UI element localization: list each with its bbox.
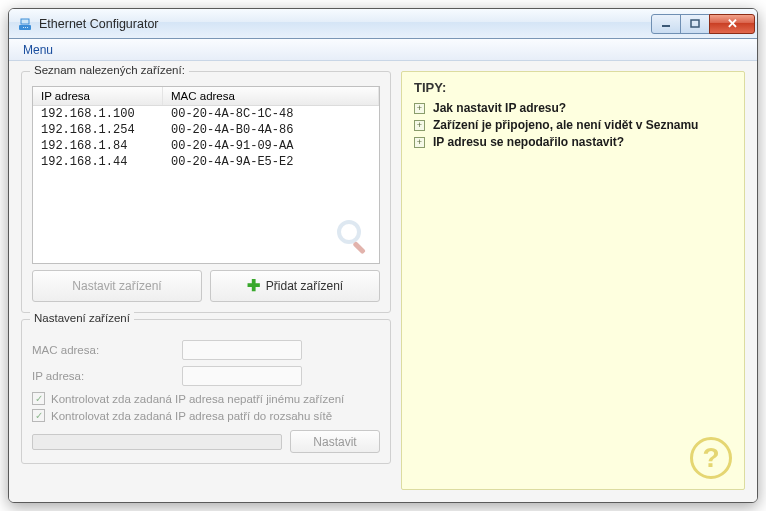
ip-label: IP adresa: xyxy=(32,370,174,382)
svg-rect-5 xyxy=(662,25,670,27)
mac-input[interactable] xyxy=(182,340,302,360)
mac-label: MAC adresa: xyxy=(32,344,174,356)
svg-rect-2 xyxy=(23,27,24,28)
maximize-button[interactable] xyxy=(680,14,710,34)
tip-item[interactable]: +IP adresu se nepodařilo nastavit? xyxy=(414,135,732,149)
progress-bar xyxy=(32,434,282,450)
tips-title: TIPY: xyxy=(414,80,732,95)
col-mac-header[interactable]: MAC adresa xyxy=(163,87,379,105)
cell-ip: 192.168.1.44 xyxy=(33,154,163,170)
device-list-group: Seznam nalezených zařízení: IP adresa MA… xyxy=(21,71,391,313)
cell-mac: 00-20-4A-9A-E5-E2 xyxy=(163,154,379,170)
checkbox-icon: ✓ xyxy=(32,409,45,422)
menu-item[interactable]: Menu xyxy=(15,41,61,59)
settings-legend: Nastavení zařízení xyxy=(30,312,134,324)
menubar: Menu xyxy=(9,39,757,61)
expand-icon: + xyxy=(414,120,425,131)
table-row[interactable]: 192.168.1.25400-20-4A-B0-4A-86 xyxy=(33,122,379,138)
app-window: Ethernet Configurator ✕ Menu Seznam nale… xyxy=(8,8,758,503)
check-ip-range[interactable]: ✓ Kontrolovat zda zadaná IP adresa patří… xyxy=(32,409,380,422)
device-button-row: Nastavit zařízení ✚ Přidat zařízení xyxy=(32,270,380,302)
tip-item[interactable]: +Zařízení je připojeno, ale není vidět v… xyxy=(414,118,732,132)
svg-point-7 xyxy=(339,222,359,242)
configure-device-button[interactable]: Nastavit zařízení xyxy=(32,270,202,302)
window-buttons: ✕ xyxy=(652,14,755,34)
cell-ip: 192.168.1.84 xyxy=(33,138,163,154)
svg-rect-8 xyxy=(352,241,365,254)
cell-mac: 00-20-4A-8C-1C-48 xyxy=(163,106,379,122)
titlebar[interactable]: Ethernet Configurator ✕ xyxy=(9,9,757,39)
svg-rect-3 xyxy=(25,27,26,28)
content: Seznam nalezených zařízení: IP adresa MA… xyxy=(9,61,757,502)
table-row[interactable]: 192.168.1.10000-20-4A-8C-1C-48 xyxy=(33,106,379,122)
col-ip-header[interactable]: IP adresa xyxy=(33,87,163,105)
set-button[interactable]: Nastavit xyxy=(290,430,380,453)
device-list-legend: Seznam nalezených zařízení: xyxy=(30,64,189,76)
left-panel: Seznam nalezených zařízení: IP adresa MA… xyxy=(21,71,391,490)
cell-mac: 00-20-4A-91-09-AA xyxy=(163,138,379,154)
magnify-icon xyxy=(335,218,371,257)
tips-panel: TIPY: +Jak nastavit IP adresu?+Zařízení … xyxy=(401,71,745,490)
table-row[interactable]: 192.168.1.4400-20-4A-9A-E5-E2 xyxy=(33,154,379,170)
device-list[interactable]: IP adresa MAC adresa 192.168.1.10000-20-… xyxy=(32,86,380,264)
close-button[interactable]: ✕ xyxy=(709,14,755,34)
checkbox-icon: ✓ xyxy=(32,392,45,405)
app-icon xyxy=(17,16,33,32)
svg-rect-1 xyxy=(21,19,29,24)
cell-ip: 192.168.1.100 xyxy=(33,106,163,122)
minimize-button[interactable] xyxy=(651,14,681,34)
expand-icon: + xyxy=(414,137,425,148)
expand-icon: + xyxy=(414,103,425,114)
window-title: Ethernet Configurator xyxy=(39,17,652,31)
add-device-button[interactable]: ✚ Přidat zařízení xyxy=(210,270,380,302)
plus-icon: ✚ xyxy=(247,278,260,294)
cell-ip: 192.168.1.254 xyxy=(33,122,163,138)
svg-rect-6 xyxy=(691,20,699,27)
cell-mac: 00-20-4A-B0-4A-86 xyxy=(163,122,379,138)
tip-item[interactable]: +Jak nastavit IP adresu? xyxy=(414,101,732,115)
help-icon[interactable]: ? xyxy=(690,437,732,479)
device-list-header: IP adresa MAC adresa xyxy=(33,87,379,106)
ip-input[interactable] xyxy=(182,366,302,386)
svg-rect-4 xyxy=(27,27,28,28)
table-row[interactable]: 192.168.1.8400-20-4A-91-09-AA xyxy=(33,138,379,154)
check-ip-conflict[interactable]: ✓ Kontrolovat zda zadaná IP adresa nepat… xyxy=(32,392,380,405)
settings-group: Nastavení zařízení MAC adresa: IP adresa… xyxy=(21,319,391,464)
